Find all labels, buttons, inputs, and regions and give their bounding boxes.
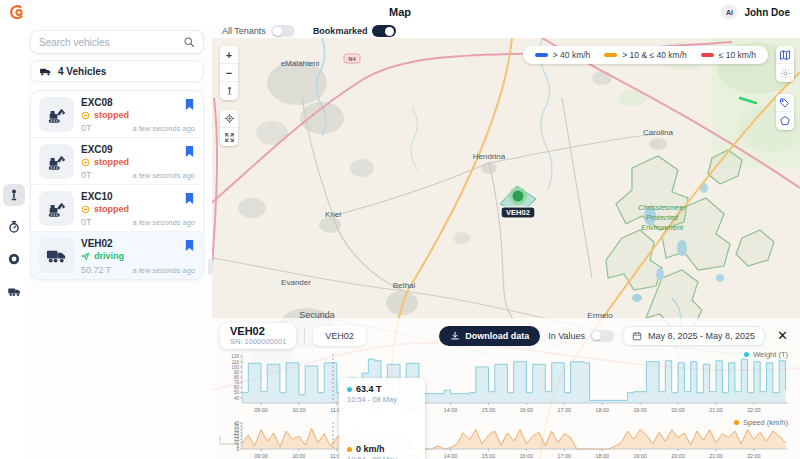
map-canvas[interactable]: N4 eMalahleni Carolina Hendrina Kriel Be… bbox=[212, 38, 800, 459]
vehicle-updated: a few seconds ago bbox=[132, 124, 195, 133]
rail-item-fleet[interactable] bbox=[3, 280, 25, 302]
speed-chart-block: Speed (km/h) 051015202530354009:0010:001… bbox=[218, 418, 794, 459]
close-panel-button[interactable]: ✕ bbox=[773, 329, 792, 342]
fullscreen-button[interactable] bbox=[220, 128, 238, 146]
svg-text:110: 110 bbox=[232, 360, 240, 365]
road-badge-n4: N4 bbox=[348, 56, 356, 62]
protected-area-label: Chrissiesmeer bbox=[638, 203, 686, 212]
stopwatch-icon bbox=[7, 220, 21, 234]
svg-text:19:00: 19:00 bbox=[633, 407, 647, 413]
vehicle-weight: 50.72 T bbox=[81, 265, 111, 275]
bookmark-icon[interactable] bbox=[184, 191, 195, 209]
vehicle-weight: 0T bbox=[81, 123, 92, 133]
svg-text:22:00: 22:00 bbox=[747, 407, 761, 413]
svg-text:22:00: 22:00 bbox=[747, 453, 761, 459]
tags-button[interactable] bbox=[776, 94, 794, 112]
svg-text:80: 80 bbox=[234, 375, 240, 380]
vehicle-name: EXC08 bbox=[81, 97, 195, 108]
vehicle-row-exc09[interactable]: EXC09 stopped 0Ta few seconds ago bbox=[31, 138, 203, 185]
excavator-icon bbox=[39, 97, 74, 132]
bookmark-icon[interactable] bbox=[184, 97, 195, 115]
vehicle-updated: a few seconds ago bbox=[132, 218, 195, 227]
toggle-switch-on[interactable] bbox=[372, 25, 396, 37]
in-values-control[interactable]: In Values bbox=[548, 330, 614, 342]
app-root: Map AI John Doe 4 Vehicles bbox=[0, 0, 800, 459]
svg-text:15:00: 15:00 bbox=[482, 453, 496, 459]
excavator-icon bbox=[39, 191, 74, 226]
svg-text:18:00: 18:00 bbox=[595, 407, 609, 413]
vehicle-row-veh02[interactable]: VEH02 driving 50.72 Ta few seconds ago bbox=[31, 232, 203, 279]
vehicle-search[interactable] bbox=[30, 30, 204, 54]
main-area: All Tenants Bookmarked bbox=[212, 24, 800, 459]
svg-text:20:00: 20:00 bbox=[671, 453, 685, 459]
polygon-button[interactable] bbox=[776, 112, 794, 130]
rail-item-timers[interactable] bbox=[3, 216, 25, 238]
weight-chart[interactable]: 40506070809010011012009:0010:0011:0012:0… bbox=[218, 350, 792, 414]
person-pin-icon bbox=[7, 188, 21, 202]
legend-fast: > 40 km/h bbox=[535, 50, 591, 60]
svg-text:16:00: 16:00 bbox=[520, 453, 534, 459]
svg-text:21:00: 21:00 bbox=[709, 453, 723, 459]
locate-button[interactable] bbox=[220, 110, 238, 128]
chart-tooltip: 63.4 T 10:54 - 08 May 0 km/h 10:54 - 08 … bbox=[339, 378, 425, 459]
legend-slow: ≤ 10 km/h bbox=[701, 50, 756, 60]
vehicle-row-exc10[interactable]: EXC10 stopped 0Ta few seconds ago bbox=[31, 185, 203, 232]
all-tenants-toggle[interactable]: All Tenants bbox=[222, 25, 295, 37]
svg-text:Protected: Protected bbox=[646, 213, 679, 222]
bookmark-icon[interactable] bbox=[184, 238, 195, 256]
map-label-carolina: Carolina bbox=[643, 128, 673, 137]
tags-icon bbox=[779, 97, 791, 109]
map-settings-button[interactable] bbox=[776, 64, 794, 82]
annotation-controls bbox=[776, 94, 794, 130]
svg-text:120: 120 bbox=[231, 354, 239, 359]
map-label-emalahleni: eMalahleni bbox=[281, 59, 320, 68]
map-layers-button[interactable] bbox=[776, 46, 794, 64]
vehicle-weight: 0T bbox=[81, 217, 92, 227]
rail-item-tracking[interactable] bbox=[3, 184, 25, 206]
zoom-in-button[interactable]: + bbox=[220, 46, 238, 64]
sidebar-collapse-handle[interactable] bbox=[208, 259, 213, 275]
polygon-icon bbox=[779, 115, 791, 127]
rail-item-operations[interactable] bbox=[3, 248, 25, 270]
speed-chart[interactable]: 051015202530354009:0010:0011:0012:0013:0… bbox=[218, 418, 792, 459]
pegman-button[interactable] bbox=[220, 82, 238, 100]
ai-assistant-button[interactable]: AI bbox=[721, 4, 737, 20]
vehicle-name: VEH02 bbox=[81, 238, 195, 249]
bookmarked-toggle[interactable]: Bookmarked bbox=[313, 25, 397, 37]
svg-text:16:00: 16:00 bbox=[520, 407, 534, 413]
svg-text:50: 50 bbox=[234, 390, 240, 395]
stopped-icon bbox=[81, 158, 90, 167]
user-menu[interactable]: John Doe bbox=[744, 7, 790, 18]
tooltip-weight: 63.4 T 10:54 - 08 May bbox=[347, 384, 417, 404]
tooltip-speed: 0 km/h 10:54 - 08 May bbox=[347, 444, 417, 459]
svg-text:09:00: 09:00 bbox=[254, 453, 268, 459]
map-label-kriel: Kriel bbox=[325, 210, 341, 219]
pegman-icon bbox=[225, 86, 234, 96]
zoom-out-button[interactable]: − bbox=[220, 64, 238, 82]
panel-title-card: VEH02 SN: 1000000001 bbox=[220, 323, 296, 349]
vehicle-status: driving bbox=[81, 251, 195, 261]
vehicle-weight: 0T bbox=[81, 170, 92, 180]
date-range-picker[interactable]: May 8, 2025 - May 8, 2025 bbox=[622, 326, 765, 346]
legend-medium: > 10 & ≤ 40 km/h bbox=[604, 50, 686, 60]
toggle-switch-off[interactable] bbox=[271, 25, 295, 37]
vehicle-name: EXC10 bbox=[81, 191, 195, 202]
svg-text:18:00: 18:00 bbox=[595, 453, 609, 459]
weight-legend-dot bbox=[744, 352, 749, 357]
bookmark-icon[interactable] bbox=[184, 144, 195, 162]
in-values-toggle[interactable] bbox=[590, 330, 614, 342]
blue-dash-icon bbox=[535, 53, 548, 57]
vehicle-row-exc08[interactable]: EXC08 stopped 0Ta few seconds ago bbox=[31, 91, 203, 138]
svg-text:19:00: 19:00 bbox=[633, 453, 647, 459]
svg-text:10:00: 10:00 bbox=[292, 407, 306, 413]
svg-text:17:00: 17:00 bbox=[558, 407, 572, 413]
divider bbox=[304, 327, 305, 345]
speed-legend-dot bbox=[734, 420, 739, 425]
download-data-button[interactable]: Download data bbox=[439, 326, 540, 346]
left-icon-rail bbox=[0, 24, 28, 459]
search-input[interactable] bbox=[39, 37, 183, 48]
brand-logo-icon[interactable] bbox=[8, 4, 25, 21]
weight-chart-block: Weight (T) 40506070809010011012009:0010:… bbox=[218, 350, 794, 418]
tab-veh02[interactable]: VEH02 bbox=[313, 326, 366, 346]
svg-text:90: 90 bbox=[234, 370, 240, 375]
